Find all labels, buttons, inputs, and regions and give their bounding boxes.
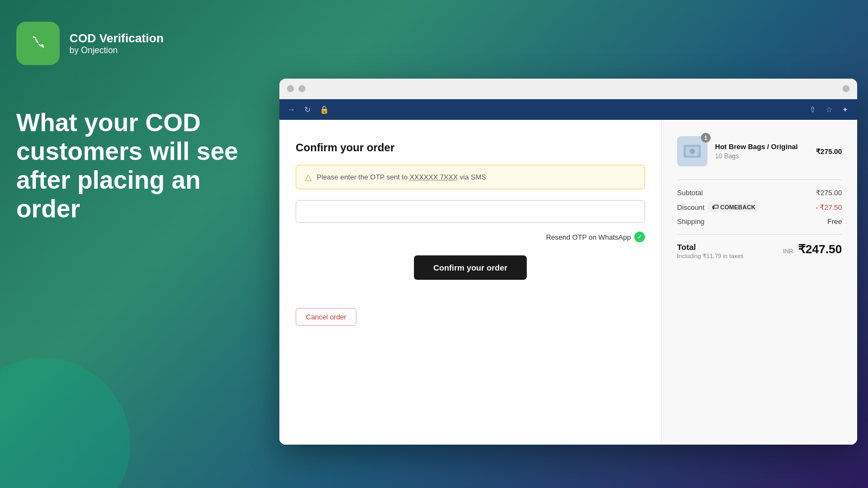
- browser-toolbar: → ↻ 🔒 ⇧ ☆ ✦: [279, 99, 857, 120]
- hero-text: What your COD customers will see after p…: [16, 108, 255, 223]
- resend-row: Resend OTP on WhatsApp ✓: [296, 232, 645, 242]
- star-icon[interactable]: ☆: [824, 104, 834, 115]
- shipping-label: Shipping: [677, 217, 705, 226]
- resend-otp-link[interactable]: Resend OTP on WhatsApp: [546, 233, 631, 241]
- warning-icon: △: [305, 172, 311, 182]
- logo-icon: [16, 22, 60, 65]
- share-icon[interactable]: ⇧: [807, 104, 818, 115]
- lock-icon: 🔒: [318, 104, 329, 115]
- subtotal-value: ₹275.00: [816, 189, 842, 197]
- otp-notice-banner: △ Please enter the OTP sent to XXXXXX 7X…: [296, 165, 645, 189]
- hero-line1: What your COD: [16, 108, 201, 137]
- logo-title: COD Verification: [69, 31, 164, 46]
- total-row: Total Including ₹11.79 in taxes INR ₹247…: [677, 234, 842, 260]
- browser-titlebar: [279, 79, 857, 99]
- total-label-area: Total Including ₹11.79 in taxes: [677, 242, 744, 260]
- subtotal-label: Subtotal: [677, 189, 703, 197]
- cancel-order-button[interactable]: Cancel order: [296, 308, 356, 326]
- total-currency: INR: [783, 248, 793, 254]
- discount-code: COMEBACK: [720, 204, 756, 210]
- phone-masked: XXXXXX 7XXX: [410, 173, 458, 181]
- checkout-panel: Confirm your order △ Please enter the OT…: [279, 120, 662, 445]
- confirm-order-title: Confirm your order: [296, 142, 645, 154]
- discount-row: Discount 🏷 COMEBACK - ₹27.50: [677, 202, 842, 212]
- browser-window: → ↻ 🔒 ⇧ ☆ ✦ Confirm your order △ Please …: [279, 79, 857, 445]
- total-tax-note: Including ₹11.79 in taxes: [677, 253, 744, 260]
- shipping-value: Free: [827, 217, 842, 226]
- total-label: Total: [677, 242, 744, 252]
- traffic-light-gray[interactable]: [298, 85, 305, 92]
- reload-button[interactable]: ↻: [302, 104, 313, 115]
- logo-area: COD Verification by Onjection: [16, 22, 255, 65]
- otp-input[interactable]: [296, 200, 645, 223]
- shipping-row: Shipping Free: [677, 217, 842, 226]
- quantity-badge: 1: [701, 133, 711, 143]
- confirm-order-button[interactable]: Confirm your order: [414, 255, 527, 280]
- logo-subtitle: by Onjection: [69, 46, 164, 55]
- total-amount-area: INR ₹247.50: [783, 242, 842, 256]
- left-panel: COD Verification by Onjection What your …: [0, 0, 277, 488]
- discount-label-text: Discount: [677, 203, 705, 211]
- discount-code-tag: 🏷 COMEBACK: [708, 202, 760, 212]
- traffic-light-right[interactable]: [843, 85, 850, 92]
- svg-point-3: [690, 149, 695, 154]
- otp-notice-text: Please enter the OTP sent to XXXXXX 7XXX…: [317, 173, 486, 181]
- discount-value: - ₹27.50: [816, 203, 842, 211]
- product-price: ₹275.00: [816, 147, 842, 156]
- logo-text: COD Verification by Onjection: [69, 31, 164, 55]
- whatsapp-icon: ✓: [634, 232, 645, 242]
- order-summary-panel: 1 Hot Brew Bags / Original 10 Bags ₹275.…: [662, 120, 857, 445]
- total-value: ₹247.50: [798, 242, 842, 256]
- tag-icon: 🏷: [712, 203, 718, 211]
- discount-label-area: Discount 🏷 COMEBACK: [677, 202, 759, 212]
- subtotal-row: Subtotal ₹275.00: [677, 189, 842, 197]
- back-button[interactable]: →: [286, 104, 297, 115]
- svg-point-0: [26, 31, 50, 55]
- product-variant: 10 Bags: [715, 152, 808, 160]
- hero-line3: after placing an order: [16, 166, 201, 223]
- product-info: Hot Brew Bags / Original 10 Bags: [715, 143, 808, 160]
- summary-divider-1: [677, 179, 842, 180]
- traffic-light-yellow[interactable]: [287, 85, 294, 92]
- toolbar-icons-right: ⇧ ☆ ✦: [807, 104, 851, 115]
- hero-line2: customers will see: [16, 137, 238, 165]
- browser-content: Confirm your order △ Please enter the OT…: [279, 120, 857, 445]
- product-thumb-wrap: 1: [677, 136, 707, 166]
- order-item: 1 Hot Brew Bags / Original 10 Bags ₹275.…: [677, 136, 842, 166]
- extension-icon[interactable]: ✦: [840, 104, 851, 115]
- product-name: Hot Brew Bags / Original: [715, 143, 808, 151]
